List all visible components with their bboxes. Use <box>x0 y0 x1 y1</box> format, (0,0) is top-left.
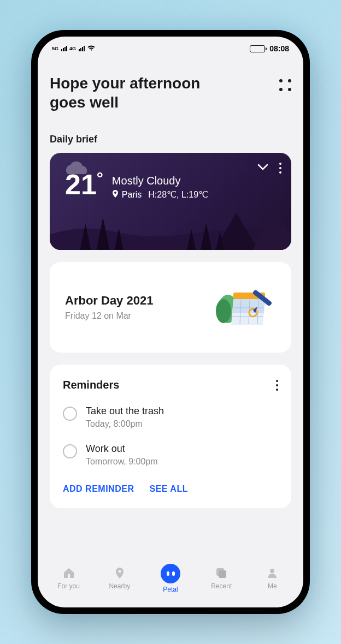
clock: 08:08 <box>269 44 289 53</box>
signal-5g-icon <box>61 46 67 51</box>
nav-me[interactable]: Me <box>247 566 298 600</box>
svg-rect-12 <box>219 570 226 578</box>
page-header: Hope your afternoon goes well <box>50 61 291 112</box>
nav-petal[interactable]: Petal <box>145 566 196 600</box>
petal-icon <box>161 564 180 583</box>
reminder-item[interactable]: Take out the trash Today, 8:00pm <box>63 406 278 429</box>
weather-condition: Mostly Cloudy <box>112 175 208 187</box>
wifi-icon <box>87 45 96 52</box>
svg-point-10 <box>118 570 121 573</box>
nav-for-you[interactable]: For you <box>43 566 94 600</box>
nav-label: Petal <box>163 586 178 593</box>
greeting-text: Hope your afternoon goes well <box>50 74 236 112</box>
nav-nearby[interactable]: Nearby <box>94 566 145 600</box>
weather-card[interactable]: 21° Mostly Cloudy Paris H:28℃, L:19℃ <box>50 153 291 250</box>
weather-location-row: Paris H:28℃, L:19℃ <box>112 189 208 200</box>
see-all-button[interactable]: SEE ALL <box>149 481 187 497</box>
reminder-text: Work out <box>86 443 158 455</box>
home-icon <box>62 566 76 580</box>
reminder-time: Tomorrow, 9:00pm <box>86 457 158 467</box>
weather-city: Paris <box>122 190 142 200</box>
reminder-checkbox[interactable] <box>63 444 77 458</box>
event-card[interactable]: Arbor Day 2021 Friday 12 on Mar <box>50 262 291 353</box>
header-menu-button[interactable] <box>279 74 291 91</box>
reminder-text: Take out the trash <box>86 406 164 417</box>
reminder-item[interactable]: Work out Tomorrow, 9:00pm <box>63 443 278 467</box>
grid-dots-icon <box>279 79 291 91</box>
nav-label: Me <box>268 582 277 590</box>
svg-point-1 <box>216 299 231 323</box>
screen: 5G 4G 08:08 Hope your afternoon g <box>38 37 303 607</box>
reminder-time: Today, 8:00pm <box>86 419 164 429</box>
location-pin-icon <box>112 190 119 200</box>
weather-main: 21° Mostly Cloudy Paris H:28℃, L:19℃ <box>50 153 291 200</box>
signal-5g-label: 5G <box>52 46 58 51</box>
content-scroll[interactable]: Hope your afternoon goes well Daily brie… <box>38 61 303 563</box>
location-pin-icon <box>113 566 127 580</box>
svg-point-13 <box>270 569 274 573</box>
status-left: 5G 4G <box>52 45 96 52</box>
battery-icon <box>250 45 265 52</box>
signal-4g-icon <box>79 46 85 51</box>
reminder-checkbox[interactable] <box>63 407 77 421</box>
recent-icon <box>214 566 228 580</box>
reminders-card: Reminders Take out the trash Today, 8:00… <box>50 365 291 508</box>
calendar-illustration <box>210 283 276 332</box>
daily-brief-label: Daily brief <box>50 134 291 145</box>
nav-label: Recent <box>211 582 232 590</box>
status-bar: 5G 4G 08:08 <box>38 37 303 61</box>
add-reminder-button[interactable]: ADD REMINDER <box>63 481 134 497</box>
nav-label: For you <box>57 582 80 590</box>
event-title: Arbor Day 2021 <box>65 294 153 308</box>
signal-4g-label: 4G <box>69 46 76 51</box>
weather-hilow: H:28℃, L:19℃ <box>148 189 208 200</box>
event-subtitle: Friday 12 on Mar <box>65 311 153 321</box>
phone-frame: 5G 4G 08:08 Hope your afternoon g <box>31 30 310 614</box>
nav-label: Nearby <box>109 582 130 590</box>
person-icon <box>265 566 279 580</box>
nav-recent[interactable]: Recent <box>196 566 247 600</box>
reminders-more-button[interactable] <box>276 380 278 391</box>
bottom-nav: For you Nearby Petal Recent <box>38 563 303 607</box>
temperature: 21° <box>65 170 103 199</box>
reminders-title: Reminders <box>63 379 119 391</box>
status-right: 08:08 <box>250 44 289 53</box>
